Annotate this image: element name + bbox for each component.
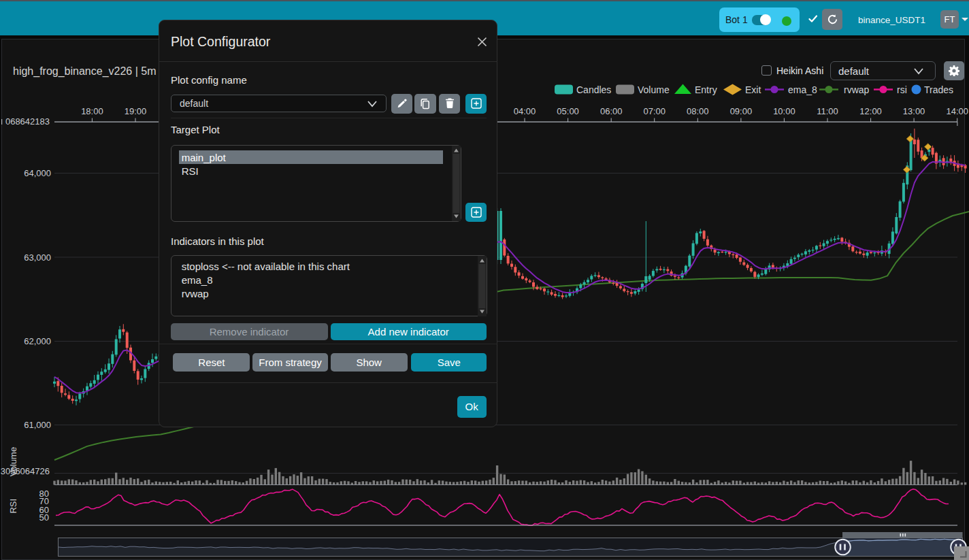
svg-text:ema_8: ema_8 [788,84,817,95]
svg-text:64,000: 64,000 [24,168,51,178]
svg-text:14:00: 14:00 [946,106,968,116]
svg-text:068642183: 068642183 [5,116,50,127]
svg-text:50: 50 [39,512,49,523]
svg-text:rsi: rsi [897,84,907,95]
svg-text:Trades: Trades [924,84,953,95]
svg-text:19:00: 19:00 [125,106,147,116]
svg-text:63,000: 63,000 [24,252,51,263]
svg-text:09:00: 09:00 [730,106,753,116]
svg-text:Volume: Volume [8,447,18,476]
svg-text:Candles: Candles [576,84,611,95]
svg-text:RSI: RSI [8,499,18,514]
svg-text:04:00: 04:00 [514,106,536,116]
svg-text:Exit: Exit [745,84,761,95]
svg-text:62,000: 62,000 [24,336,51,346]
svg-text:11:00: 11:00 [817,106,838,116]
svg-text:08:00: 08:00 [687,106,709,116]
svg-text:Volume: Volume [638,84,670,95]
svg-text:06:00: 06:00 [600,106,623,116]
svg-text:61,000: 61,000 [24,420,51,430]
svg-text:07:00: 07:00 [643,106,666,116]
svg-text:rvwap: rvwap [844,84,870,95]
svg-text:Entry: Entry [695,84,717,95]
svg-text:18:00: 18:00 [81,106,103,116]
svg-text:12:00: 12:00 [859,106,882,116]
svg-text:10:00: 10:00 [773,106,795,116]
svg-text:high_frog_binance_v226 | 5m: high_frog_binance_v226 | 5m [13,65,157,78]
svg-text:13:00: 13:00 [903,106,925,116]
svg-text:05:00: 05:00 [557,106,579,116]
